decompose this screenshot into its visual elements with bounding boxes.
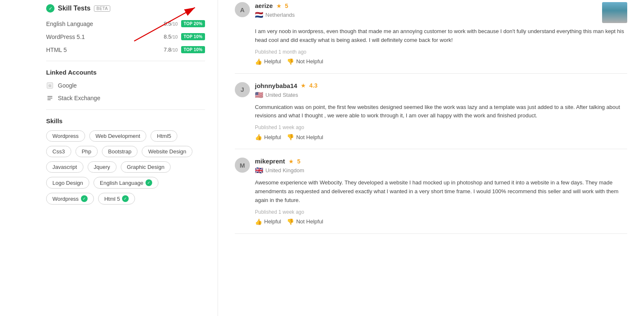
thumbdown-icon-aerize: 👎: [287, 58, 294, 65]
beta-badge: BETA: [94, 5, 110, 12]
skill-row-wordpress: WordPress 5.1 8.5/10 TOP 10%: [46, 33, 205, 40]
stackexchange-icon: [46, 94, 54, 102]
skill-score-english: 8.5/10: [164, 21, 178, 27]
review-rating-johnnybaba14: 4.3: [309, 82, 317, 89]
google-label: Google: [58, 82, 77, 89]
reviewer-name-row-aerize: aerize ★ 5: [255, 2, 295, 9]
skill-tests-header: ✓ Skill Tests BETA: [46, 4, 205, 13]
skill-score-area-english: 8.5/10 TOP 20%: [164, 20, 205, 27]
review-header-johnnybaba14: J johnnybaba14 ★ 4.3 🇺🇸 United States: [235, 82, 627, 99]
avatar-aerize: A: [235, 2, 250, 17]
thumbdown-icon-mikeprent: 👎: [287, 218, 294, 225]
right-panel: A aerize ★ 5 🇳🇱 Netherlands: [218, 0, 644, 316]
linked-account-google: G Google: [46, 82, 205, 89]
country-name-johnnybaba14: United States: [265, 92, 298, 98]
review-header-aerize: A aerize ★ 5 🇳🇱 Netherlands: [235, 2, 627, 23]
review-text-johnnybaba14: Communication was on point, the first fe…: [255, 103, 627, 121]
skill-pill-webdev: Web Development: [89, 130, 147, 142]
skill-pill-english-verified: English Language ✓: [93, 177, 158, 189]
skill-score-html5: 7.8/10: [164, 47, 178, 53]
skill-pill-bootstrap: Bootstrap: [102, 146, 138, 157]
reviewer-name-mikeprent: mikeprent: [255, 158, 285, 165]
reviewer-country-aerize: 🇳🇱 Netherlands: [255, 11, 295, 19]
skill-name-english: English Language: [46, 21, 93, 27]
skill-pill-html5-verified: Html 5 ✓: [98, 193, 135, 205]
review-date-johnnybaba14: Published 1 week ago: [255, 124, 627, 130]
reviewer-name-johnnybaba14: johnnybaba14: [255, 82, 297, 89]
skill-pill-javascript: Javascript: [46, 161, 83, 173]
reviewer-info-johnnybaba14: J johnnybaba14 ★ 4.3 🇺🇸 United States: [235, 82, 317, 99]
helpful-button-johnnybaba14[interactable]: 👍 Helpful: [255, 134, 281, 140]
thumbup-icon-mikeprent: 👍: [255, 218, 262, 225]
thumbnail-inner-aerize: [602, 2, 627, 23]
skills-container: Wordpress Web Development Html5 Css3 Php…: [46, 130, 205, 205]
review-johnnybaba14: J johnnybaba14 ★ 4.3 🇺🇸 United States: [235, 74, 627, 150]
skill-pill-graphicdesign: Graphic Design: [121, 161, 171, 173]
skill-pill-wordpress-verified: Wordpress ✓: [46, 193, 94, 205]
skill-rows-container: English Language 8.5/10 TOP 20% WordPres…: [46, 20, 205, 53]
divider-2: [46, 109, 205, 110]
country-name-aerize: Netherlands: [265, 12, 295, 18]
review-date-aerize: Published 1 month ago: [255, 49, 627, 55]
reviewer-name-row-mikeprent: mikeprent ★ 5: [255, 158, 304, 165]
avatar-johnnybaba14: J: [235, 82, 250, 97]
divider-1: [46, 61, 205, 61]
check-icon: ✓: [46, 4, 55, 13]
review-date-mikeprent: Published 1 week ago: [255, 209, 627, 215]
reviewer-country-johnnybaba14: 🇺🇸 United States: [255, 91, 317, 99]
skill-pill-logodesign: Logo Design: [46, 177, 89, 189]
left-panel: ✓ Skill Tests BETA English Language 8.5/…: [0, 0, 218, 316]
svg-rect-5: [47, 98, 52, 98]
top-badge-english: TOP 20%: [181, 20, 205, 27]
verified-icon-wordpress: ✓: [81, 195, 88, 202]
skill-tests-title: Skill Tests: [58, 5, 91, 12]
helpful-button-mikeprent[interactable]: 👍 Helpful: [255, 218, 281, 225]
reviewer-details-mikeprent: mikeprent ★ 5 🇬🇧 United Kingdom: [255, 158, 304, 174]
not-helpful-button-mikeprent[interactable]: 👎 Not Helpful: [287, 218, 323, 225]
reviewer-details-johnnybaba14: johnnybaba14 ★ 4.3 🇺🇸 United States: [255, 82, 317, 99]
not-helpful-button-johnnybaba14[interactable]: 👎 Not Helpful: [287, 134, 323, 140]
star-icon-mikeprent: ★: [288, 158, 294, 165]
avatar-mikeprent: M: [235, 158, 250, 173]
review-text-mikeprent: Awesome experience with Webocity. They d…: [255, 179, 627, 205]
skill-score-wordpress: 8.5/10: [164, 34, 178, 40]
helpful-button-aerize[interactable]: 👍 Helpful: [255, 58, 281, 65]
skill-pill-php: Php: [75, 146, 98, 157]
skill-name-wordpress: WordPress 5.1: [46, 34, 85, 40]
skill-row-html5: HTML 5 7.8/10 TOP 10%: [46, 46, 205, 53]
skill-row-english: English Language 8.5/10 TOP 20%: [46, 20, 205, 27]
flag-aerize: 🇳🇱: [255, 11, 263, 19]
not-helpful-button-aerize[interactable]: 👎 Not Helpful: [287, 58, 323, 65]
skill-name-html5: HTML 5: [46, 47, 67, 53]
review-aerize: A aerize ★ 5 🇳🇱 Netherlands: [235, 0, 627, 74]
flag-johnnybaba14: 🇺🇸: [255, 91, 263, 99]
reviewer-country-mikeprent: 🇬🇧 United Kingdom: [255, 166, 304, 174]
page-container: ✓ Skill Tests BETA English Language 8.5/…: [0, 0, 644, 316]
review-mikeprent: M mikeprent ★ 5 🇬🇧 United Kingdom: [235, 149, 627, 233]
stackexchange-label: Stack Exchange: [58, 95, 100, 101]
svg-rect-6: [47, 99, 51, 100]
review-text-aerize: I am very noob in wordpress, even though…: [255, 27, 627, 45]
linked-accounts-title: Linked Accounts: [46, 69, 205, 76]
country-name-mikeprent: United Kingdom: [265, 167, 304, 174]
flag-mikeprent: 🇬🇧: [255, 166, 263, 174]
thumbdown-icon-johnnybaba14: 👎: [287, 134, 294, 140]
review-rating-mikeprent: 5: [297, 158, 301, 165]
helpful-row-mikeprent: 👍 Helpful 👎 Not Helpful: [255, 218, 627, 225]
reviewer-details-aerize: aerize ★ 5 🇳🇱 Netherlands: [255, 2, 295, 19]
thumbup-icon-johnnybaba14: 👍: [255, 134, 262, 140]
verified-icon-english: ✓: [145, 179, 152, 186]
reviewer-name-aerize: aerize: [255, 2, 273, 9]
star-icon-johnnybaba14: ★: [301, 82, 306, 89]
skills-section: Skills Wordpress Web Development Html5 C…: [46, 117, 205, 205]
review-header-mikeprent: M mikeprent ★ 5 🇬🇧 United Kingdom: [235, 158, 627, 174]
reviewer-info-aerize: A aerize ★ 5 🇳🇱 Netherlands: [235, 2, 295, 19]
review-thumbnail-aerize: [602, 2, 627, 23]
helpful-row-johnnybaba14: 👍 Helpful 👎 Not Helpful: [255, 134, 627, 140]
skill-pill-css3: Css3: [46, 146, 71, 157]
google-icon: G: [46, 82, 54, 89]
star-icon-aerize: ★: [276, 3, 282, 9]
skill-pill-html5: Html5: [151, 130, 177, 142]
linked-accounts-section: Linked Accounts G Google: [46, 69, 205, 102]
skill-pill-jquery: Jquery: [88, 161, 117, 173]
